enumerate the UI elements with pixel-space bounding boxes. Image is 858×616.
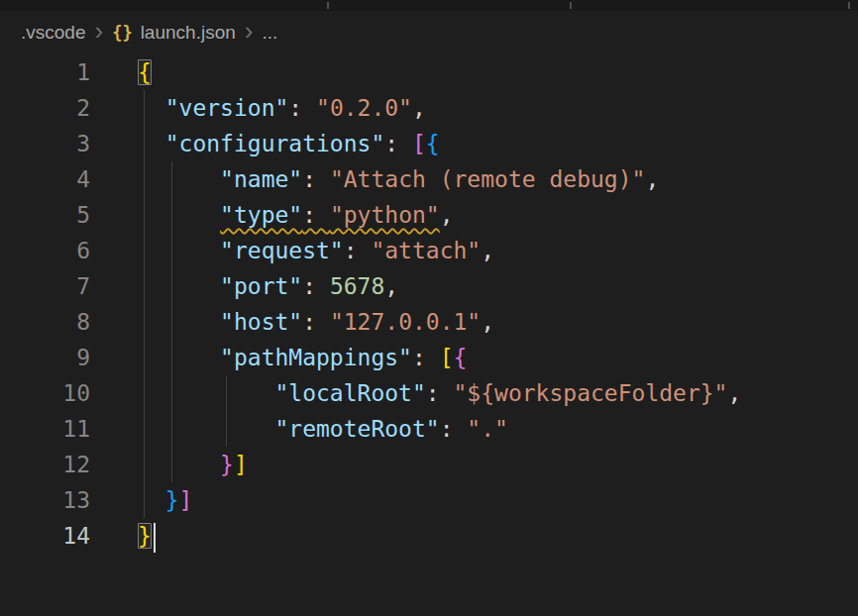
tab-separator — [327, 2, 329, 9]
token-warning: : — [302, 202, 330, 228]
indent-guide — [171, 304, 172, 340]
code-line[interactable]: 7 "port": 5678, — [0, 268, 858, 304]
code-token — [138, 380, 274, 406]
code-token: "0.2.0" — [316, 95, 412, 121]
code-token — [138, 309, 220, 335]
tab-separator — [570, 2, 572, 9]
line-content[interactable]: }] — [138, 482, 858, 518]
line-number: 10 — [0, 375, 90, 411]
line-content[interactable]: } — [138, 518, 858, 554]
line-content[interactable]: "host": "127.0.0.1", — [138, 304, 858, 340]
line-number: 5 — [0, 197, 90, 233]
code-token: , — [481, 309, 494, 335]
indent-guide — [144, 340, 145, 375]
code-line[interactable]: 14} — [0, 518, 858, 554]
indent-guide — [226, 375, 227, 411]
code-line[interactable]: 4 "name": "Attach (remote debug)", — [0, 161, 858, 197]
chevron-right-icon: › — [94, 18, 103, 44]
tab-bar-edge — [0, 0, 858, 11]
indent-guide — [144, 447, 145, 482]
tab-separator — [848, 2, 850, 9]
code-token: : — [440, 416, 468, 442]
code-editor[interactable]: 1{2 "version": "0.2.0",3 "configurations… — [0, 54, 858, 616]
code-token: ] — [179, 487, 193, 513]
code-token: "." — [467, 416, 508, 442]
code-token: , — [384, 273, 398, 299]
code-token — [138, 416, 274, 442]
code-token: } — [220, 452, 234, 477]
code-token: "host" — [220, 309, 302, 335]
code-token: : — [302, 273, 330, 299]
code-line[interactable]: 8 "host": "127.0.0.1", — [0, 304, 858, 340]
indent-guide — [171, 447, 172, 482]
line-content[interactable]: "remoteRoot": "." — [138, 411, 858, 447]
code-token: [ — [412, 131, 426, 156]
line-number: 14 — [0, 518, 90, 554]
code-token: } — [165, 487, 179, 513]
line-content[interactable]: { — [138, 54, 858, 90]
indent-guide — [144, 126, 145, 161]
code-token: "Attach (remote debug)" — [330, 166, 646, 192]
indent-guide — [144, 90, 145, 126]
code-line[interactable]: 1{ — [0, 54, 858, 90]
code-token — [138, 166, 220, 192]
code-line[interactable]: 10 "localRoot": "${workspaceFolder}", — [0, 375, 858, 411]
vscode-window: .vscode › {} launch.json › ... 1{2 "vers… — [0, 0, 858, 616]
code-line[interactable]: 13 }] — [0, 482, 858, 518]
indent-guide — [226, 411, 227, 447]
line-content[interactable]: "version": "0.2.0", — [138, 90, 858, 126]
line-content[interactable]: "name": "Attach (remote debug)", — [138, 161, 858, 197]
code-token: , — [440, 202, 454, 228]
indent-guide — [171, 340, 172, 375]
code-token: "attach" — [371, 238, 481, 263]
line-content[interactable]: "localRoot": "${workspaceFolder}", — [138, 375, 858, 411]
code-line[interactable]: 3 "configurations": [{ — [0, 126, 858, 161]
code-token: ] — [234, 452, 248, 477]
line-number: 4 — [0, 161, 90, 197]
code-line[interactable]: 9 "pathMappings": [{ — [0, 340, 858, 375]
line-content[interactable]: "port": 5678, — [138, 268, 858, 304]
line-content[interactable]: "pathMappings": [{ — [138, 340, 858, 375]
line-number: 13 — [0, 482, 90, 518]
code-token: : — [384, 131, 412, 156]
line-content[interactable]: "type": "python", — [138, 197, 858, 233]
code-line[interactable]: 11 "remoteRoot": "." — [0, 411, 858, 447]
code-token: "configurations" — [165, 131, 385, 156]
code-token: "127.0.0.1" — [330, 309, 481, 335]
text-cursor — [154, 523, 157, 553]
chevron-right-icon: › — [245, 18, 254, 44]
code-token — [138, 345, 220, 370]
indent-guide — [171, 197, 172, 233]
line-number: 6 — [0, 233, 90, 268]
code-line[interactable]: 12 }] — [0, 447, 858, 482]
indent-guide — [144, 268, 145, 304]
code-token: , — [727, 380, 741, 406]
code-token: 5678 — [330, 273, 384, 299]
breadcrumb: .vscode › {} launch.json › ... — [0, 11, 858, 54]
code-token: , — [645, 166, 659, 192]
code-token — [138, 202, 220, 228]
line-content[interactable]: }] — [138, 447, 858, 482]
line-number: 2 — [0, 90, 90, 126]
breadcrumb-item-symbols[interactable]: ... — [262, 22, 277, 44]
code-token: : — [412, 345, 440, 370]
line-number: 8 — [0, 304, 90, 340]
code-token — [138, 487, 165, 513]
code-token: "version" — [165, 95, 289, 121]
indent-guide — [171, 161, 172, 197]
breadcrumb-item-file[interactable]: launch.json — [141, 22, 236, 44]
indent-guide — [144, 233, 145, 268]
code-token: , — [481, 238, 494, 263]
line-number: 11 — [0, 411, 90, 447]
indent-guide — [144, 375, 145, 411]
code-token — [138, 452, 220, 477]
code-line[interactable]: 2 "version": "0.2.0", — [0, 90, 858, 126]
code-line[interactable]: 5 "type": "python", — [0, 197, 858, 233]
line-number: 7 — [0, 268, 90, 304]
line-content[interactable]: "request": "attach", — [138, 233, 858, 268]
code-token: "name" — [220, 166, 302, 192]
code-line[interactable]: 6 "request": "attach", — [0, 233, 858, 268]
breadcrumb-item-folder[interactable]: .vscode — [21, 22, 85, 44]
code-token: : — [288, 95, 316, 121]
line-content[interactable]: "configurations": [{ — [138, 126, 858, 161]
